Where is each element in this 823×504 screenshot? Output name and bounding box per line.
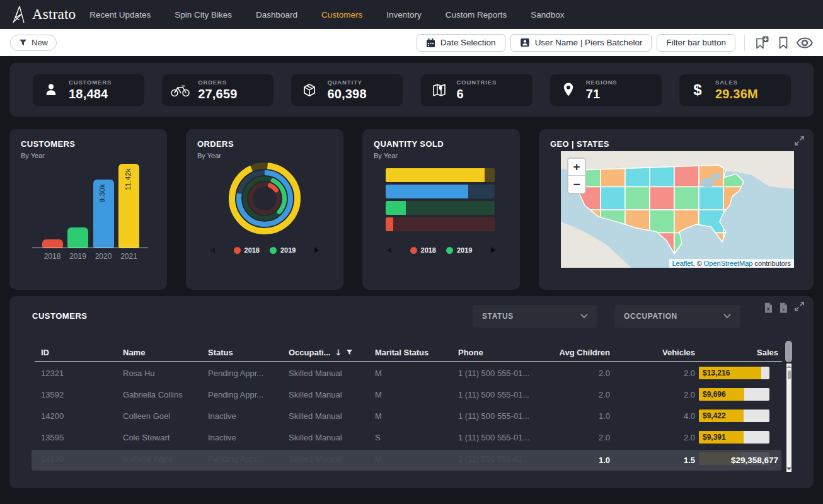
column-header-vehicles[interactable]: Vehicles xyxy=(610,348,695,357)
bar-2018 xyxy=(42,239,63,248)
cell-status: Inactive xyxy=(208,433,289,442)
legend-dot-icon xyxy=(446,247,453,254)
cell-phone: 1 (11) 500 555-01... xyxy=(458,390,553,399)
table-scrollbar[interactable] xyxy=(786,364,791,472)
cell-marital-status: M xyxy=(375,369,458,378)
nav-item-sandbox[interactable]: Sandbox xyxy=(531,10,564,20)
x-tick-label: 2021 xyxy=(113,252,145,261)
column-header-status[interactable]: Status xyxy=(208,348,289,357)
state-shape[interactable] xyxy=(625,187,650,210)
legend-item-2019[interactable]: 2019 xyxy=(270,246,296,254)
legend-prev-arrow-icon[interactable] xyxy=(210,247,215,253)
state-shape[interactable] xyxy=(699,187,723,210)
chart-title: QUANTITY SOLD xyxy=(374,139,444,149)
table-row[interactable]: 12321Rosa HuPending Appr...Skilled Manua… xyxy=(9,362,791,384)
kpi-value: 60,398 xyxy=(327,87,366,101)
export-excel-icon[interactable]: x xyxy=(764,302,773,313)
state-shape[interactable] xyxy=(650,187,674,210)
us-states-choropleth xyxy=(561,151,794,268)
cell-id: 14200 xyxy=(41,411,123,421)
leaflet-map[interactable]: + − Leaflet, © OpenStreetMap contributor… xyxy=(561,151,794,268)
radial-donut-chart xyxy=(214,148,315,249)
leaflet-link[interactable]: Leaflet xyxy=(672,260,693,267)
cell-avg-children: 2.0 xyxy=(553,433,610,442)
map-icon xyxy=(429,83,450,98)
zoom-out-button[interactable]: − xyxy=(568,176,585,193)
kpi-value: 27,659 xyxy=(198,87,237,101)
table-row[interactable]: 14200Colleen GoelInactiveSkilled ManualM… xyxy=(9,405,791,427)
column-header-sales[interactable]: Sales xyxy=(695,348,778,357)
nav-item-custom-reports[interactable]: Custom Reports xyxy=(446,10,507,20)
legend-item-2018[interactable]: 2018 xyxy=(234,246,260,254)
cell-vehicles: 2.0 xyxy=(610,369,695,378)
bookmark-add-icon[interactable] xyxy=(754,35,770,51)
kpi-label: ORDERS xyxy=(198,79,237,86)
cell-id: 13592 xyxy=(41,390,123,399)
osm-link[interactable]: OpenStreetMap xyxy=(704,260,753,267)
expand-icon[interactable] xyxy=(794,301,805,314)
cell-name: Rosa Hu xyxy=(123,369,208,378)
attribution-text: , © xyxy=(693,260,704,267)
cell-status: Inactive xyxy=(208,411,289,421)
user-name-button[interactable]: User Name | Piers Batchelor xyxy=(510,34,652,52)
table-scrollbar-thumb-top[interactable] xyxy=(785,341,792,362)
new-filter-button[interactable]: New xyxy=(10,35,57,51)
legend-next-arrow-icon[interactable] xyxy=(491,247,495,253)
x-axis-line xyxy=(32,248,148,248)
column-header-name[interactable]: Name xyxy=(123,348,208,357)
kpi-card-countries: COUNTRIES6 xyxy=(421,74,532,106)
column-header-avg-children[interactable]: Avg Children xyxy=(553,348,610,357)
status-filter-dropdown[interactable]: STATUS xyxy=(473,305,597,328)
chart-subtitle: By Year xyxy=(21,152,45,159)
column-header-id[interactable]: ID xyxy=(41,348,123,357)
table-row[interactable]: 13592Gabriella CollinsPending Appr...Ski… xyxy=(9,384,791,405)
legend-dot-icon xyxy=(410,247,417,254)
state-shape[interactable] xyxy=(674,164,699,187)
nav-item-inventory[interactable]: Inventory xyxy=(386,10,422,20)
cell-phone: 1 (11) 500 555-01... xyxy=(458,433,553,442)
eye-icon[interactable] xyxy=(797,35,813,51)
kpi-card-sales: $SALES29.36M xyxy=(679,74,791,106)
legend-prev-arrow-icon[interactable] xyxy=(387,247,391,253)
sales-bar: $9,422 xyxy=(699,410,769,422)
state-shape[interactable] xyxy=(674,187,699,210)
column-header-phone[interactable]: Phone xyxy=(458,348,553,357)
cell-vehicles: 4.0 xyxy=(610,411,695,421)
legend-item-2018[interactable]: 2018 xyxy=(410,246,436,254)
export-csv-icon[interactable]: , xyxy=(779,302,788,313)
astrato-logo-icon xyxy=(11,5,26,24)
zoom-in-button[interactable]: + xyxy=(568,159,585,176)
nav-item-spin-city-bikes[interactable]: Spin City Bikes xyxy=(175,10,232,20)
sales-value: $9,422 xyxy=(703,410,726,422)
bookmark-icon[interactable] xyxy=(775,35,791,51)
orders-by-year-card: ORDERS By Year 20182019 xyxy=(186,129,343,290)
state-shape[interactable] xyxy=(601,187,625,210)
date-selection-button[interactable]: Date Selection xyxy=(417,34,505,52)
nav-item-dashboard[interactable]: Dashboard xyxy=(256,10,297,20)
occupation-filter-dropdown[interactable]: OCCUPATION xyxy=(614,305,740,328)
legend-item-2019[interactable]: 2019 xyxy=(446,246,472,254)
column-header-marital-status[interactable]: Marital Status xyxy=(375,348,458,357)
table-header-row: IDNameStatusOccupati...↓Marital StatusPh… xyxy=(9,343,791,361)
kpi-value: 71 xyxy=(586,87,618,101)
cell-name: Gabriella Collins xyxy=(123,390,208,399)
kpi-card-quantity: QUANTITY60,398 xyxy=(291,74,403,106)
filter-bar-button[interactable]: Filter bar button xyxy=(657,34,735,52)
nav-item-customers[interactable]: Customers xyxy=(321,10,362,20)
brand[interactable]: Astrato xyxy=(11,5,76,24)
sort-descending-icon[interactable]: ↓ xyxy=(335,348,342,357)
table-row[interactable]: 13595Cole StewartInactiveSkilled ManualS… xyxy=(9,427,791,448)
scrollbar-thumb[interactable] xyxy=(788,370,791,379)
legend-next-arrow-icon[interactable] xyxy=(314,247,319,253)
column-filter-funnel-icon[interactable] xyxy=(346,349,353,356)
state-shape[interactable] xyxy=(650,210,674,233)
new-label: New xyxy=(32,38,48,47)
chart-legend: 20182019 xyxy=(362,246,520,254)
bar-value-label: 11.42k xyxy=(124,168,132,190)
sales-bar: $9,391 xyxy=(699,431,769,444)
nav-item-recent-updates[interactable]: Recent Updates xyxy=(89,10,151,20)
scroll-down-arrow-icon[interactable] xyxy=(786,467,791,470)
expand-icon[interactable] xyxy=(794,135,805,149)
column-header-occupation[interactable]: Occupati... xyxy=(289,348,330,357)
scroll-up-arrow-icon[interactable] xyxy=(786,365,791,368)
